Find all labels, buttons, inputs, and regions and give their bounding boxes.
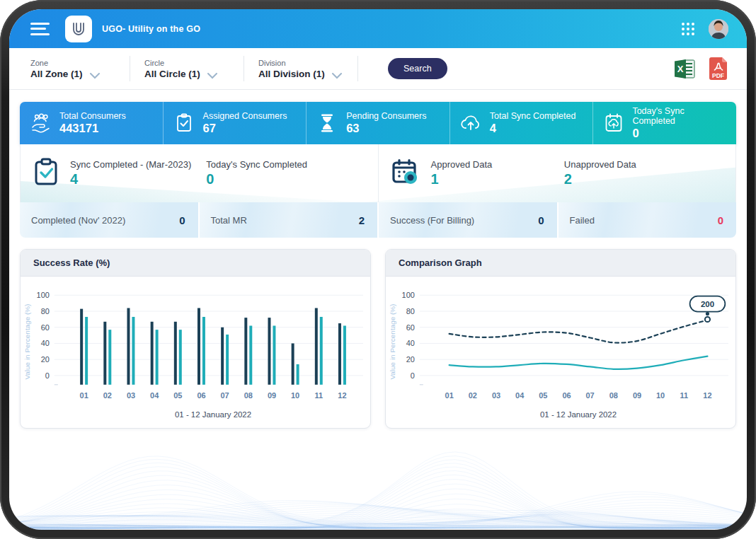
stat-value: 63 [346, 122, 426, 135]
zone-select[interactable]: Zone All Zone (1) [28, 59, 118, 79]
svg-text:03: 03 [492, 391, 500, 400]
svg-text:04: 04 [515, 391, 525, 400]
unapproved-data: Unapproved Data 2 [564, 159, 735, 187]
pdf-icon: PDF [708, 57, 728, 80]
chevron-down-icon [207, 73, 217, 79]
decorative-wave-pattern [9, 424, 747, 530]
kpi-cards-row: Total Consumers 443171 [20, 102, 736, 144]
sync-summary-row: Sync Completed - (Mar-2023) 4 Today's Sy… [20, 144, 736, 202]
svg-text:0: 0 [411, 371, 415, 380]
svg-text:01 - 12 January 2022: 01 - 12 January 2022 [175, 410, 251, 419]
svg-text:X: X [677, 64, 684, 74]
division-value: All Division (1) [258, 69, 325, 79]
chart-header: Success Rate (%) [21, 250, 370, 277]
app-header: UGO- Utility on the GO [9, 9, 747, 48]
stat-value: 0 [632, 127, 726, 140]
approved-data: Approved Data 1 [431, 159, 493, 187]
total-label: Success (For Billing) [390, 215, 474, 226]
total-label: Completed (Nov' 2022) [31, 215, 125, 226]
export-excel-button[interactable]: X [673, 58, 697, 80]
apps-grid-icon[interactable] [680, 21, 696, 37]
chart-title: Comparison Graph [399, 257, 482, 268]
svg-text:11: 11 [315, 391, 323, 400]
user-avatar[interactable] [709, 19, 728, 39]
zone-value: All Zone (1) [30, 69, 83, 79]
stat-card-total-consumers[interactable]: Total Consumers 443171 [20, 102, 163, 144]
svg-text:PDF: PDF [712, 72, 724, 79]
svg-text:06: 06 [197, 391, 205, 400]
success-rate-chart-card: Success Rate (%) 02040608010001020304050… [20, 249, 371, 429]
svg-text:09: 09 [633, 391, 641, 400]
total-label: Failed [570, 215, 595, 226]
app-screen: UGO- Utility on the GO [9, 9, 747, 530]
circle-label: Circle [144, 59, 200, 67]
app-logo [65, 16, 92, 42]
circle-select[interactable]: Circle All Circle (1) [142, 59, 232, 79]
stat-value: 67 [203, 122, 287, 135]
total-value-failed: 0 [718, 214, 723, 226]
summary-value: 2 [564, 171, 735, 187]
division-label: Division [258, 59, 325, 67]
stat-label: Pending Consumers [346, 111, 426, 121]
svg-text:07: 07 [221, 391, 229, 400]
total-success-billing: Success (For Billing) 0 [379, 202, 557, 238]
circle-value: All Circle (1) [144, 69, 200, 79]
svg-text:02: 02 [469, 391, 477, 400]
svg-text:10: 10 [656, 391, 665, 400]
svg-text:40: 40 [406, 339, 415, 347]
svg-text:10: 10 [291, 391, 299, 400]
summary-right: Approved Data 1 Unapproved Data 2 [378, 144, 736, 202]
stat-label: Total Sync Completed [490, 111, 576, 121]
stat-value: 443171 [59, 122, 126, 135]
comparison-line-chart[interactable]: 02040608010001020304050607080910111201 -… [386, 277, 735, 428]
filter-bar: Zone All Zone (1) Circle All Circle (1) [9, 48, 747, 90]
calendar-upload-icon [603, 113, 624, 133]
stat-card-pending-consumers[interactable]: Pending Consumers 63 [306, 102, 449, 144]
stat-card-total-sync[interactable]: Total Sync Completed 4 [449, 102, 593, 144]
svg-text:01: 01 [80, 391, 88, 400]
svg-text:01: 01 [445, 391, 454, 400]
svg-text:05: 05 [539, 391, 547, 400]
summary-value: 4 [70, 171, 191, 187]
calendar-check-icon [391, 158, 420, 189]
hamburger-menu-icon[interactable] [30, 23, 50, 35]
summary-label: Today's Sync Completed [206, 159, 377, 170]
summary-value: 1 [431, 171, 493, 187]
divider [357, 56, 358, 81]
dashboard-content: Total Consumers 443171 [9, 90, 747, 429]
svg-text:02: 02 [103, 391, 112, 400]
svg-text:100: 100 [37, 291, 50, 299]
svg-text:01 - 12 January 2022: 01 - 12 January 2022 [540, 410, 617, 419]
chevron-down-icon [332, 73, 342, 79]
division-select[interactable]: Division All Division (1) [256, 59, 346, 79]
svg-text:20: 20 [406, 355, 415, 364]
summary-left: Sync Completed - (Mar-2023) 4 Today's Sy… [21, 144, 378, 202]
stat-card-assigned-consumers[interactable]: Assigned Consumers 67 [163, 102, 307, 144]
zone-label: Zone [30, 59, 83, 67]
search-button[interactable]: Search [388, 58, 447, 79]
total-completed-nov: Completed (Nov' 2022) 0 [20, 202, 198, 238]
svg-text:08: 08 [244, 391, 253, 400]
svg-text:05: 05 [173, 391, 182, 400]
stat-card-todays-sync[interactable]: Today's Sync Completed 0 [592, 102, 736, 144]
divider [130, 56, 130, 81]
success-rate-bar-chart[interactable]: 02040608010001020304050607080910111201 -… [21, 277, 370, 428]
svg-text:09: 09 [268, 391, 276, 400]
total-failed: Failed 0 [559, 202, 737, 238]
total-mr: Total MR 2 [200, 202, 378, 238]
svg-text:Value in Percentage (%): Value in Percentage (%) [23, 304, 31, 380]
svg-text:20: 20 [41, 355, 50, 364]
svg-text:80: 80 [41, 307, 50, 315]
summary-label: Sync Completed - (Mar-2023) [70, 159, 191, 170]
svg-text:60: 60 [41, 323, 50, 332]
stat-label: Today's Sync Completed [632, 106, 726, 126]
stat-value: 4 [490, 122, 576, 135]
cloud-upload-icon [460, 114, 481, 132]
export-pdf-button[interactable]: PDF [708, 57, 728, 80]
svg-text:200: 200 [701, 300, 714, 308]
u-logo-icon [70, 21, 87, 37]
chevron-down-icon [90, 73, 100, 79]
svg-text:60: 60 [406, 323, 415, 332]
screenshot-stage: UGO- Utility on the GO [0, 0, 756, 539]
chart-title: Success Rate (%) [33, 257, 110, 268]
